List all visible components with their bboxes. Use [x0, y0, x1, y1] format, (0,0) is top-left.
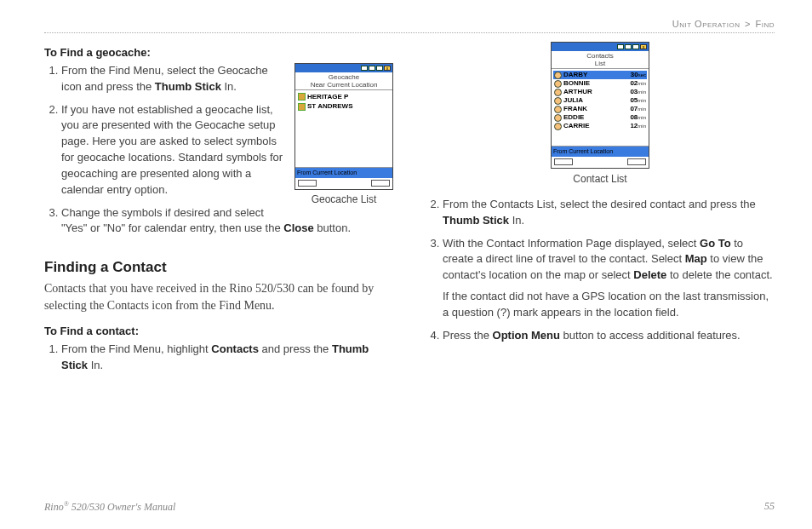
step-text: If you have not established a geocache l… — [61, 103, 283, 196]
breadcrumb-sub: Find — [756, 19, 775, 29]
step-text: In. — [509, 214, 524, 227]
contact-name: EDDIE — [563, 113, 584, 122]
contact-name: DARBY — [563, 71, 587, 79]
device-title: Contacts List — [552, 51, 649, 69]
geocache-row: ST ANDREWS — [297, 101, 391, 112]
list-item: From the Contacts List, select the desir… — [443, 197, 775, 229]
bold-term: Close — [283, 221, 313, 234]
contact-unit: sec — [638, 72, 646, 78]
contact-device: x Contacts List DARBY 30sec BONNIE 02 — [551, 42, 649, 169]
heading-finding-contact: Finding a Contact — [44, 257, 393, 279]
list-item: With the Contact Information Page displa… — [443, 236, 775, 321]
contact-dist: 03 — [630, 88, 638, 95]
face-icon — [554, 72, 562, 79]
device-title-line: Geocache — [295, 73, 392, 81]
contact-steps-right: From the Contacts List, select the desir… — [426, 197, 775, 344]
device-title-line: List — [552, 60, 649, 67]
step-text: From the Contacts List, select the desir… — [443, 198, 756, 210]
chest-icon — [298, 103, 306, 111]
step-text: and press the — [259, 342, 332, 355]
breadcrumb-section: Unit Operation — [672, 19, 741, 29]
device-location-bar: From Current Location — [295, 168, 392, 178]
device-softkeys — [552, 157, 649, 168]
bold-term: Contacts — [211, 342, 259, 355]
contact-row: ARTHUR 03min — [553, 88, 647, 96]
device-title-line: Near Current Location — [295, 81, 392, 89]
contact-unit: min — [638, 81, 646, 86]
status-icon — [369, 66, 375, 71]
bold-term: Thumb Stick — [155, 80, 221, 93]
bold-term: Thumb Stick — [443, 214, 509, 227]
device-title: Geocache Near Current Location — [295, 72, 392, 90]
contact-unit: min — [638, 124, 646, 129]
bold-term: Map — [685, 252, 707, 265]
contact-row: FRANK 07min — [553, 105, 647, 113]
status-icon — [617, 44, 624, 49]
contact-unit: min — [638, 98, 646, 103]
step-text: Press the — [443, 329, 493, 342]
step-text: With the Contact Information Page displa… — [443, 237, 700, 250]
page-footer: Rino® 520/530 Owner's Manual 55 — [44, 500, 775, 514]
contact-name: CARRIE — [563, 122, 590, 130]
contact-steps-left: From the Find Menu, highlight Contacts a… — [44, 342, 393, 374]
device-softkeys — [295, 178, 392, 189]
face-icon — [554, 80, 562, 88]
step-text: button to access additional features. — [560, 329, 741, 342]
manual-page: Unit Operation > Find To Find a geocache… — [0, 0, 812, 529]
breadcrumb-sep: > — [743, 19, 752, 29]
right-column: x Contacts List DARBY 30sec BONNIE 02 — [426, 42, 775, 382]
geocache-list-body: HERITAGE P ST ANDREWS — [295, 90, 392, 167]
breadcrumb: Unit Operation > Find — [44, 19, 775, 29]
manual-title: Rino® 520/530 Owner's Manual — [44, 500, 175, 514]
status-icon — [376, 66, 383, 71]
contact-name: ARTHUR — [563, 88, 592, 96]
contact-name: JULIA — [563, 96, 583, 105]
bold-term: Delete — [633, 268, 666, 281]
contact-row: JULIA 05min — [553, 96, 647, 105]
softkey — [298, 180, 317, 187]
bold-term: Go To — [700, 237, 731, 250]
geocache-figure: x Geocache Near Current Location HERITAG… — [294, 63, 393, 208]
contact-row: BONNIE 02min — [553, 79, 647, 88]
product-name: Rino — [44, 501, 64, 513]
contact-dist: 12 — [630, 122, 638, 129]
device-location-bar: From Current Location — [552, 147, 649, 157]
geocache-name: ST ANDREWS — [307, 101, 352, 112]
step-text: In. — [88, 359, 103, 371]
bold-term: Option Menu — [493, 329, 560, 342]
softkey — [554, 158, 573, 165]
contact-name: FRANK — [563, 105, 587, 113]
contact-unit: min — [638, 106, 646, 112]
contact-dist: 08 — [630, 113, 638, 121]
list-item: Press the Option Menu button to access a… — [443, 328, 775, 344]
contact-dist: 05 — [630, 96, 638, 104]
geocache-row: HERITAGE P — [297, 92, 391, 102]
geocache-name: HERITAGE P — [307, 92, 348, 102]
geocache-block: x Geocache Near Current Location HERITAG… — [44, 63, 393, 245]
face-icon — [554, 114, 562, 122]
status-icon — [361, 66, 368, 71]
geocache-caption: Geocache List — [294, 193, 393, 207]
content-columns: To Find a geocache: x Geocache Near — [44, 42, 775, 382]
device-title-line: Contacts — [552, 52, 649, 60]
softkey — [627, 158, 646, 165]
close-icon: x — [384, 66, 391, 71]
header-rule — [44, 32, 775, 33]
contact-row: DARBY 30sec — [553, 71, 647, 79]
face-icon — [554, 123, 562, 130]
contact-caption: Contact List — [426, 172, 775, 187]
device-statusbar: x — [295, 64, 392, 72]
manual-title-rest: 520/530 Owner's Manual — [69, 501, 176, 513]
contact-row: CARRIE 12min — [553, 122, 647, 130]
device-statusbar: x — [552, 43, 649, 51]
intro-paragraph: Contacts that you have received in the R… — [44, 280, 393, 313]
subhead-find-contact: To Find a contact: — [44, 324, 393, 340]
status-icon — [632, 44, 639, 49]
contact-figure: x Contacts List DARBY 30sec BONNIE 02 — [426, 42, 775, 187]
face-icon — [554, 97, 562, 105]
subhead-find-geocache: To Find a geocache: — [44, 45, 393, 61]
step-text: to delete the contact. — [666, 268, 772, 281]
contact-list-body: DARBY 30sec BONNIE 02min ARTHUR 03min — [552, 69, 649, 146]
step-text: button. — [314, 221, 351, 234]
step-text: In. — [221, 80, 237, 93]
